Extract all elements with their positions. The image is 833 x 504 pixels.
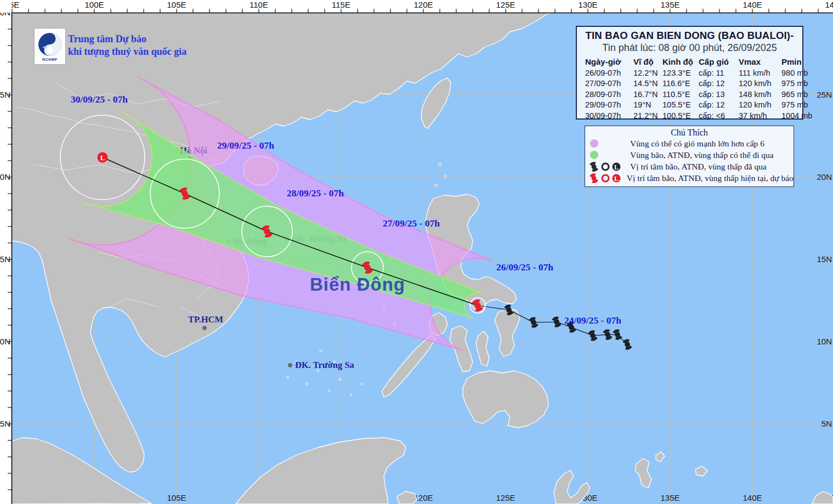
agency-name: Trung tâm Dự báo khí tượng thuỷ văn quốc… <box>68 33 186 58</box>
table-cell: Pmin <box>781 57 813 66</box>
forecast-table-row: 28/09-07h16.7°N110.5°Ecấp: 13148 km/h965… <box>585 89 802 100</box>
legend-item: Vùng có thể có gió mạnh lớn hơn cấp 6 <box>585 138 794 149</box>
forecast-date-label: 30/09/25 - 07h <box>71 94 128 105</box>
legend-item: LVị trí tâm bão, ATNĐ, vùng thấp hiện tạ… <box>585 172 794 184</box>
legend-item-label: Vùng bão, ATNĐ, vùng thấp có thể đi qua <box>630 150 774 160</box>
table-cell: cấp: <6 <box>699 111 739 120</box>
svg-text:10N: 10N <box>817 337 832 346</box>
table-cell: 12.2°N <box>633 69 662 77</box>
lat-axis-label: 20N <box>0 172 10 182</box>
svg-text:5N: 5N <box>821 419 832 428</box>
table-cell: 148 km/h <box>739 90 781 99</box>
legend-item-label: Vùng có thể có gió mạnh lớn hơn cấp 6 <box>630 139 764 149</box>
table-cell: 110.5°E <box>662 90 699 99</box>
table-cell: 980 mb <box>781 69 813 77</box>
legend-title: Chú Thích <box>585 128 794 138</box>
city-label: ĐK. Trường Sa <box>295 360 354 370</box>
cone-swatch-icon <box>590 139 598 148</box>
table-cell: 28/09-07h <box>585 90 633 99</box>
table-cell: 120 km/h <box>739 79 781 88</box>
table-cell: 27/09-07h <box>585 79 633 88</box>
table-cell: 30/09-07h <box>585 111 633 120</box>
nchmf-logo: NCHMF <box>34 28 66 65</box>
lon-axis-label: 140E <box>743 0 762 9</box>
table-cell: 975 mb <box>781 79 813 88</box>
table-cell: Cấp gió <box>699 57 739 66</box>
forecast-date-label: 26/09/25 - 07h <box>496 262 553 273</box>
forecast-date-label: 28/09/25 - 07h <box>287 188 344 199</box>
lat-axis-label: 5N <box>0 419 10 428</box>
svg-text:140E: 140E <box>743 493 762 502</box>
storm-center-circle-icon <box>600 162 610 172</box>
forecast-table-header: Ngày-giờVĩ độKinh độCấp gióVmaxPmin <box>585 56 802 67</box>
agency-line2: khí tượng thuỷ văn quốc gia <box>68 46 186 58</box>
lon-axis-label: 125E <box>496 0 515 9</box>
table-cell: 1004 mb <box>781 111 813 120</box>
logo-text: NCHMF <box>42 58 58 61</box>
lon-axis-label: 145E <box>825 0 833 9</box>
table-cell: 37 km/h <box>739 111 781 120</box>
bulletin-issued-time: Tin phát lúc: 08 giờ 00 phút, 26/09/2025 <box>577 42 802 54</box>
svg-text:120E: 120E <box>413 493 433 502</box>
table-cell: 111 km/h <box>739 69 781 77</box>
lat-axis-label: 15N <box>0 254 10 264</box>
lon-axis-label: 135E <box>660 0 679 9</box>
table-cell: 26/09-07h <box>585 69 633 77</box>
lon-axis-label: 120E <box>413 0 433 9</box>
table-cell: 105.5°E <box>662 100 699 109</box>
table-cell: Ngày-giờ <box>585 57 633 66</box>
table-cell: 120 km/h <box>739 100 781 109</box>
table-cell: 29/09-07h <box>585 100 633 109</box>
forecast-table-row: 29/09-07h19°N105.5°Ecấp: 12120 km/h975 m… <box>585 100 802 111</box>
legend-item-icons <box>588 139 630 148</box>
legend-rows: Vùng có thể có gió mạnh lớn hơn cấp 6Vùn… <box>585 138 794 184</box>
typhoon-symbol-icon <box>588 161 599 172</box>
table-cell: cấp: 11 <box>699 69 739 77</box>
svg-text:135E: 135E <box>660 493 679 502</box>
city-dot <box>203 326 207 330</box>
table-cell: 116.6°E <box>662 79 699 88</box>
svg-text:25N: 25N <box>817 90 832 99</box>
lon-axis-label: 105E <box>167 0 186 9</box>
table-cell: cấp: 12 <box>699 100 739 109</box>
legend-item-label: Vị trí tâm bão, ATNĐ, vùng thấp hiện tại… <box>627 173 794 183</box>
corridor-swatch-icon <box>590 151 598 159</box>
lon-axis-label: 100E <box>84 0 104 9</box>
legend: Chú Thích Vùng có thể có gió mạnh lớn hơ… <box>585 126 794 187</box>
low-pressure-symbol-icon: L <box>611 173 621 183</box>
forecast-table: Ngày-giờVĩ độKinh độCấp gióVmaxPmin26/09… <box>577 56 802 121</box>
bulletin-title: TIN BAO GAN BIEN DONG (BAO BUALOI)- <box>577 30 802 42</box>
storm-center-circle-icon <box>600 173 610 183</box>
table-cell: cấp: 12 <box>699 79 739 88</box>
sea-name-label: Biển Đông <box>310 274 405 295</box>
typhoon-symbol-icon <box>588 173 599 184</box>
table-cell: 14.5°N <box>633 79 662 88</box>
bulletin-info-box: TIN BAO GAN BIEN DONG (BAO BUALOI)- Tin … <box>576 26 803 120</box>
legend-item-label: Vị trí tâm bão, ATNĐ, vùng thấp đã qua <box>630 162 767 172</box>
city-dot <box>288 364 292 367</box>
table-cell: 123.3°E <box>662 69 699 77</box>
legend-item-icons: L <box>588 173 627 184</box>
past-date-label: 24/09/25 - 07h <box>564 315 621 326</box>
svg-text:20N: 20N <box>817 172 832 182</box>
forecast-date-label: 27/09/25 - 07h <box>383 218 440 229</box>
table-cell: 965 mb <box>781 90 813 99</box>
table-cell: Vĩ độ <box>633 57 662 66</box>
legend-item: LVị trí tâm bão, ATNĐ, vùng thấp đã qua <box>585 161 794 172</box>
svg-text:L: L <box>614 163 619 171</box>
forecast-table-row: 26/09-07h12.2°N123.3°Ecấp: 11111 km/h980… <box>585 67 802 78</box>
low-pressure-symbol-icon: L <box>611 162 621 172</box>
lon-axis-label: 110E <box>250 0 268 9</box>
city-label: TP.HCM <box>188 314 223 325</box>
table-cell: 100.5°E <box>662 111 699 120</box>
left-margin <box>0 0 12 504</box>
svg-text:125E: 125E <box>496 493 515 502</box>
table-cell: Kinh độ <box>662 57 699 66</box>
table-cell: 19°N <box>633 100 662 109</box>
lon-axis-label: 115E <box>332 0 350 9</box>
low-pressure-L: L <box>100 154 105 162</box>
lat-axis-label: 25N <box>0 90 10 99</box>
lat-axis-label: 10N <box>0 337 10 346</box>
table-cell: 975 mb <box>781 100 813 109</box>
agency-line1: Trung tâm Dự báo <box>68 33 186 46</box>
